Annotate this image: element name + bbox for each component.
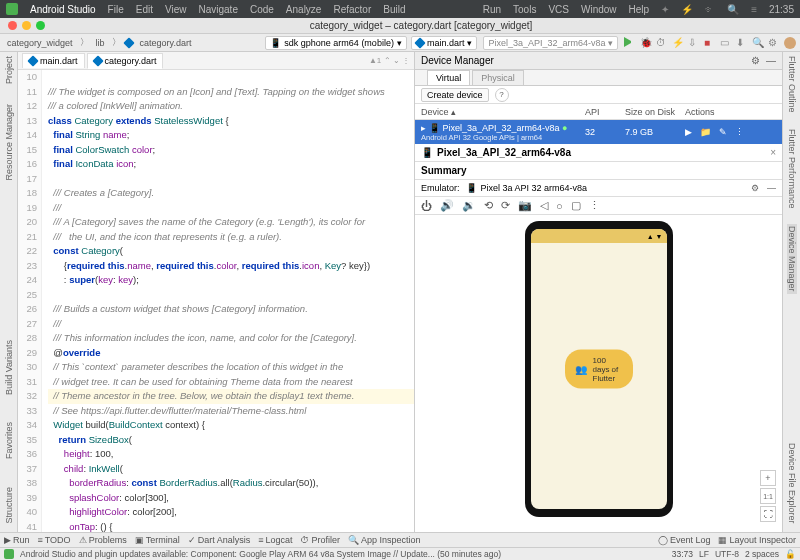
hot-reload-icon[interactable]: ⚡ [672,37,682,47]
tool-todo[interactable]: ≡ TODO [38,535,71,545]
tool-device-file-explorer[interactable]: Device File Explorer [787,443,797,524]
minimize-window-icon[interactable] [22,21,31,30]
tool-problems[interactable]: ⚠ Problems [79,535,127,545]
tab-virtual[interactable]: Virtual [427,70,470,85]
device-target-selector[interactable]: 📱 sdk gphone arm64 (mobile) ▾ [265,36,407,50]
maximize-window-icon[interactable] [36,21,45,30]
menu-vcs[interactable]: VCS [548,4,569,15]
gear-icon[interactable]: ⚙ [751,183,759,193]
menu-analyze[interactable]: Analyze [286,4,322,15]
menu-help[interactable]: Help [629,4,650,15]
tool-dart-analysis[interactable]: ✓ Dart Analysis [188,535,251,545]
close-emulator-icon[interactable]: × [770,147,776,158]
dart-file-icon [92,55,103,66]
menu-edit[interactable]: Edit [136,4,153,15]
line-separator[interactable]: LF [699,549,709,559]
menu-tools[interactable]: Tools [513,4,536,15]
menu-refactor[interactable]: Refactor [333,4,371,15]
folder-icon[interactable]: 📁 [700,127,711,137]
run-button-icon[interactable] [624,37,634,47]
col-api[interactable]: API [585,107,625,117]
tool-terminal[interactable]: ▣ Terminal [135,535,180,545]
menu-view[interactable]: View [165,4,187,15]
tool-logcat[interactable]: ≡ Logcat [258,535,292,545]
category-chip[interactable]: 👥 100 days of Flutter [565,350,633,389]
volume-up-icon[interactable]: 🔊 [440,199,454,212]
more-icon[interactable]: ⋮ [589,199,600,212]
file-encoding[interactable]: UTF-8 [715,549,739,559]
hide-icon[interactable]: — [767,183,776,193]
back-nav-icon[interactable]: ◁ [540,199,548,212]
hide-panel-icon[interactable]: — [766,55,776,66]
avd-manager-icon[interactable]: ▭ [720,37,730,47]
tool-project[interactable]: Project [4,56,14,84]
edit-device-icon[interactable]: ✎ [719,127,727,137]
tool-resource-manager[interactable]: Resource Manager [4,104,14,181]
editor-tab-main[interactable]: main.dart [22,53,85,68]
menu-navigate[interactable]: Navigate [198,4,237,15]
rotate-right-icon[interactable]: ⟳ [501,199,510,212]
inspections-widget[interactable]: ▲1 ⌃ ⌄ ⋮ [369,56,410,65]
gear-icon[interactable]: ⚙ [768,37,778,47]
attach-debugger-icon[interactable]: ⇩ [688,37,698,47]
indent-settings[interactable]: 2 spaces [745,549,779,559]
breadcrumb-folder[interactable]: lib [93,37,108,49]
device-manager-actions: Create device ? [415,86,782,104]
device-table: Device ▴ API Size on Disk Actions ▸ 📱Pix… [415,104,782,144]
run-config-selector[interactable]: main.dart ▾ [411,36,478,50]
col-size[interactable]: Size on Disk [625,107,685,117]
play-device-icon[interactable]: ▶ [685,127,692,137]
editor-tab-category[interactable]: category.dart [87,53,164,69]
device-row[interactable]: ▸ 📱Pixel_3a_API_32_arm64-v8a ● Android A… [415,120,782,144]
tool-flutter-outline[interactable]: Flutter Outline [787,56,797,113]
tool-run[interactable]: ▶ Run [4,535,30,545]
zoom-reset-icon[interactable]: 1:1 [760,488,776,504]
caret-position[interactable]: 33:73 [672,549,693,559]
debug-button-icon[interactable]: 🐞 [640,37,650,47]
tool-profiler[interactable]: ⏱ Profiler [300,535,340,545]
sdk-manager-icon[interactable]: ⬇ [736,37,746,47]
help-icon[interactable]: ? [495,88,509,102]
profile-button-icon[interactable]: ⏱ [656,37,666,47]
overview-nav-icon[interactable]: ▢ [571,199,581,212]
search-everywhere-icon[interactable]: 🔍 [752,37,762,47]
tool-build-variants[interactable]: Build Variants [4,340,14,395]
tool-event-log[interactable]: ◯ Event Log [658,535,711,545]
screenshot-icon[interactable]: 📷 [518,199,532,212]
tool-device-manager[interactable]: Device Manager [787,224,797,294]
rotate-left-icon[interactable]: ⟲ [484,199,493,212]
stop-button-icon[interactable]: ■ [704,37,714,47]
tool-flutter-performance[interactable]: Flutter Performance [787,129,797,209]
menu-window[interactable]: Window [581,4,617,15]
volume-down-icon[interactable]: 🔉 [462,199,476,212]
avatar-icon[interactable] [784,37,796,49]
breadcrumb[interactable]: category_widget 〉 lib 〉 category.dart [4,36,194,49]
tool-structure[interactable]: Structure [4,487,14,524]
code-editor[interactable]: 10 11 12 13 14 15 16 17 18 19 20 21 22 2… [18,70,414,532]
tool-layout-inspector[interactable]: ▦ Layout Inspector [718,535,796,545]
home-nav-icon[interactable]: ○ [556,200,563,212]
col-device[interactable]: Device ▴ [415,107,585,117]
breadcrumb-project[interactable]: category_widget [4,37,76,49]
update-indicator-icon[interactable] [4,549,14,559]
more-menu-icon[interactable]: ⋮ [735,127,744,137]
recent-device-selector[interactable]: Pixel_3a_API_32_arm64-v8a ▾ [483,36,618,50]
menu-run[interactable]: Run [483,4,501,15]
tool-app-inspection[interactable]: 🔍 App Inspection [348,535,421,545]
code-body[interactable]: /// The widget is composed on an [Icon] … [42,70,414,532]
create-device-button[interactable]: Create device [421,88,489,102]
menu-build[interactable]: Build [383,4,405,15]
close-window-icon[interactable] [8,21,17,30]
menu-code[interactable]: Code [250,4,274,15]
gear-icon[interactable]: ⚙ [751,55,760,66]
tool-favorites[interactable]: Favorites [4,422,14,459]
status-message[interactable]: Android Studio and plugin updates availa… [20,549,501,559]
tab-physical[interactable]: Physical [472,70,524,85]
power-icon[interactable]: ⏻ [421,200,432,212]
read-only-icon[interactable]: 🔓 [785,549,796,559]
breadcrumb-file[interactable]: category.dart [137,37,195,49]
phone-screen[interactable]: ▲▼ 👥 100 days of Flutter [531,229,667,509]
zoom-fit-icon[interactable]: ⛶ [760,506,776,522]
zoom-in-icon[interactable]: + [760,470,776,486]
menu-file[interactable]: File [108,4,124,15]
